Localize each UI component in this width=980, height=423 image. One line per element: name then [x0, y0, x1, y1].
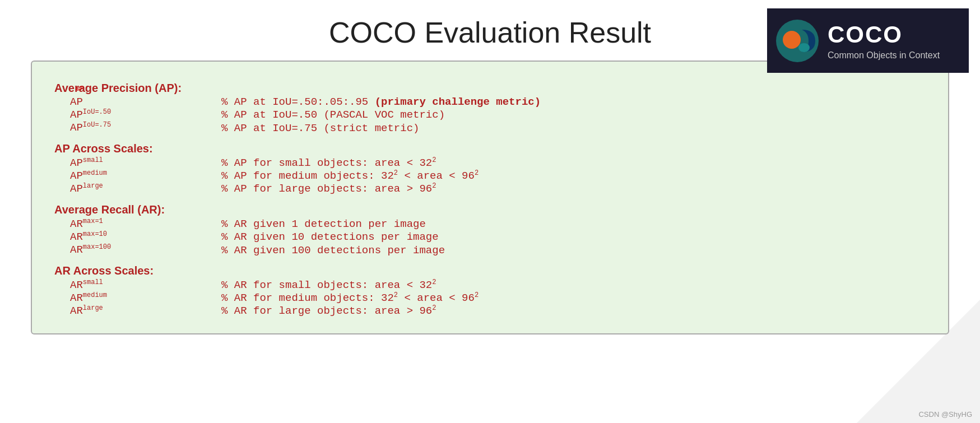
- ar-max100-desc: % AR given 100 detections per image: [221, 244, 445, 257]
- ap-iou50-key: APIoU=.50: [70, 108, 221, 121]
- svg-point-1: [783, 31, 801, 49]
- ar-medium-desc: % AR for medium objects: 322 < area < 96…: [221, 291, 479, 304]
- ar-small-desc: % AR for small objects: area < 322: [221, 278, 436, 291]
- ap-medium-desc: % AP for medium objects: 322 < area < 96…: [221, 169, 479, 182]
- ap-large-key: APlarge: [70, 182, 221, 195]
- ar-large-row: ARlarge % AR for large objects: area > 9…: [70, 304, 926, 317]
- ap-scales-header: AP Across Scales:: [54, 142, 926, 155]
- ap-iou50-row: APIoU=.50 % AP at IoU=.50 (PASCAL VOC me…: [70, 108, 926, 121]
- ap-iou75-desc: % AP at IoU=.75 (strict metric): [221, 122, 419, 134]
- ar-max1-key: ARmax=1: [70, 217, 221, 230]
- ar-medium-row: ARmedium % AR for medium objects: 322 < …: [70, 291, 926, 304]
- watermark: CSDN @ShyHG: [918, 410, 972, 419]
- ap-small-desc: % AP for small objects: area < 322: [221, 156, 436, 169]
- ap-iou75-key: APIoU=.75: [70, 121, 221, 134]
- logo-text-block: COCO Common Objects in Context: [828, 21, 940, 61]
- ap-section-header: Average Precision (AP):: [54, 82, 926, 95]
- ar-max100-row: ARmax=100 % AR given 100 detections per …: [70, 243, 926, 256]
- triangle-decoration: [857, 300, 980, 423]
- ar-max10-desc: % AR given 10 detections per image: [221, 231, 439, 243]
- ar-max1-desc: % AR given 1 detection per image: [221, 218, 426, 230]
- ar-large-desc: % AR for large objects: area > 962: [221, 304, 436, 317]
- ar-max1-row: ARmax=1 % AR given 1 detection per image: [70, 217, 926, 230]
- ar-large-key: ARlarge: [70, 304, 221, 317]
- svg-point-2: [798, 43, 810, 52]
- logo-subtitle: Common Objects in Context: [828, 50, 940, 61]
- evaluation-content-box: ✏ Average Precision (AP): AP % AP at IoU…: [31, 61, 949, 334]
- ar-medium-key: ARmedium: [70, 291, 221, 304]
- ap-metric-row: AP % AP at IoU=.50:.05:.95 (primary chal…: [70, 96, 926, 108]
- ap-key: AP: [70, 96, 221, 108]
- ap-iou75-row: APIoU=.75 % AP at IoU=.75 (strict metric…: [70, 121, 926, 134]
- ar-max10-row: ARmax=10 % AR given 10 detections per im…: [70, 230, 926, 243]
- ap-iou50-desc: % AP at IoU=.50 (PASCAL VOC metric): [221, 109, 445, 121]
- ap-medium-key: APmedium: [70, 169, 221, 182]
- ap-desc: % AP at IoU=.50:.05:.95 (primary challen…: [221, 96, 541, 108]
- ap-large-row: APlarge % AP for large objects: area > 9…: [70, 182, 926, 195]
- coco-logo-icon: [775, 18, 820, 63]
- ar-max10-key: ARmax=10: [70, 230, 221, 243]
- ap-small-key: APsmall: [70, 156, 221, 169]
- ap-medium-row: APmedium % AP for medium objects: 322 < …: [70, 169, 926, 182]
- ar-small-key: ARsmall: [70, 278, 221, 291]
- ar-small-row: ARsmall % AR for small objects: area < 3…: [70, 278, 926, 291]
- ap-small-row: APsmall % AP for small objects: area < 3…: [70, 156, 926, 169]
- ar-max100-key: ARmax=100: [70, 243, 221, 256]
- ap-large-desc: % AP for large objects: area > 962: [221, 182, 436, 195]
- ar-section-header: Average Recall (AR):: [54, 203, 926, 216]
- logo-coco-label: COCO: [828, 21, 940, 48]
- svg-marker-3: [857, 300, 980, 423]
- coco-logo: COCO Common Objects in Context: [767, 8, 969, 73]
- ar-scales-header: AR Across Scales:: [54, 264, 926, 277]
